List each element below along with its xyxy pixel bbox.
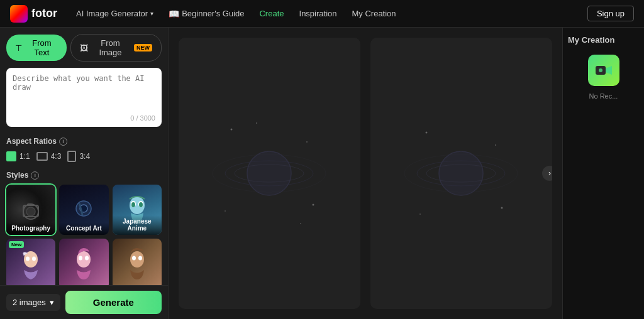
style-concept-art[interactable]: Concept Art bbox=[59, 185, 108, 235]
svg-rect-3 bbox=[27, 203, 32, 206]
style-anime-label: Japanese Anime bbox=[113, 215, 162, 235]
styles-grid: Photography Concept Art bbox=[0, 182, 168, 285]
space-visual-left bbox=[206, 111, 332, 236]
no-record-text: No Rec... bbox=[589, 92, 618, 100]
image-icon: 🖼 bbox=[80, 43, 88, 53]
preview-card-left bbox=[179, 38, 360, 309]
svg-point-10 bbox=[131, 202, 135, 207]
svg-point-35 bbox=[426, 132, 428, 134]
svg-point-38 bbox=[419, 214, 421, 215]
from-image-label: From Image bbox=[92, 38, 129, 57]
ratio-3-4-label: 3:4 bbox=[79, 152, 90, 161]
chevron-right-button[interactable]: › bbox=[542, 166, 552, 181]
styles-section-label: Styles i bbox=[0, 167, 168, 182]
nav-my-creation-label: My Creation bbox=[352, 9, 396, 18]
logo-icon bbox=[10, 5, 28, 23]
svg-point-26 bbox=[306, 141, 308, 143]
space-visual-right bbox=[398, 111, 524, 236]
svg-point-11 bbox=[139, 202, 143, 207]
svg-point-18 bbox=[130, 251, 144, 268]
bottom-bar: 2 images ▾ Generate bbox=[0, 285, 168, 319]
aspect-ratios-label: Aspect Ratios i bbox=[0, 133, 168, 148]
no-record-icon bbox=[588, 55, 619, 86]
from-text-label: From Text bbox=[26, 38, 58, 57]
svg-point-1 bbox=[26, 207, 35, 216]
aspect-ratios-group: 1:1 4:3 3:4 bbox=[0, 148, 168, 167]
svg-point-20 bbox=[138, 256, 142, 261]
aspect-ratios-info-icon[interactable]: i bbox=[59, 138, 67, 146]
svg-point-14 bbox=[32, 257, 36, 261]
nav-create-label: Create bbox=[259, 9, 284, 18]
prompt-input-wrap: 0 / 3000 bbox=[6, 68, 162, 127]
signup-button[interactable]: Sign up bbox=[587, 6, 634, 21]
elf-svg bbox=[19, 248, 43, 279]
style-elf[interactable]: New bbox=[6, 239, 55, 285]
right-panel-title: My Creation bbox=[568, 35, 614, 45]
svg-point-19 bbox=[132, 256, 136, 261]
images-count-label: 2 images bbox=[13, 298, 46, 307]
preview-inner-right bbox=[384, 65, 539, 282]
nav-item-guide[interactable]: 📖 Beginner's Guide bbox=[161, 9, 252, 19]
styles-info-icon[interactable]: i bbox=[31, 171, 39, 180]
portrait1-svg bbox=[72, 248, 96, 279]
ratio-1-1-box bbox=[6, 151, 16, 161]
nav-item-generator[interactable]: AI Image Generator ▾ bbox=[69, 9, 161, 18]
nav-generator-label: AI Image Generator bbox=[76, 9, 148, 18]
svg-point-29 bbox=[256, 122, 257, 124]
prompt-textarea[interactable] bbox=[13, 74, 155, 118]
style-portrait1[interactable] bbox=[59, 239, 108, 285]
logo-text: fotor bbox=[31, 7, 57, 20]
ratio-4-3-button[interactable]: 4:3 bbox=[36, 152, 62, 161]
navbar: fotor AI Image Generator ▾ 📖 Beginner's … bbox=[0, 0, 644, 28]
svg-point-21 bbox=[247, 151, 291, 195]
images-count-select[interactable]: 2 images ▾ bbox=[6, 294, 60, 311]
nav-item-create[interactable]: Create bbox=[252, 9, 291, 18]
ratio-3-4-box bbox=[67, 151, 76, 162]
svg-point-31 bbox=[439, 151, 483, 195]
chevron-down-icon: ▾ bbox=[150, 10, 153, 17]
tab-from-text[interactable]: ⊤ From Text bbox=[6, 35, 67, 61]
images-chevron-icon: ▾ bbox=[50, 298, 54, 307]
svg-point-36 bbox=[495, 144, 496, 146]
nav-item-inspiration[interactable]: Inspiration bbox=[292, 9, 345, 18]
style-photography[interactable]: Photography bbox=[6, 185, 55, 235]
main-layout: ⊤ From Text 🖼 From Image NEW 0 / 3000 As… bbox=[0, 28, 644, 319]
style-photography-label: Photography bbox=[6, 222, 55, 235]
style-concept-art-label: Concept Art bbox=[59, 222, 108, 235]
svg-point-30 bbox=[300, 223, 301, 224]
nav-inspiration-label: Inspiration bbox=[299, 9, 337, 18]
svg-point-17 bbox=[85, 256, 89, 261]
photography-svg bbox=[15, 194, 47, 225]
generate-button[interactable]: Generate bbox=[65, 291, 162, 314]
preview-card-right: › bbox=[370, 38, 552, 309]
new-badge: NEW bbox=[134, 44, 152, 51]
style-japanese-anime[interactable]: Japanese Anime bbox=[113, 185, 162, 235]
left-panel: ⊤ From Text 🖼 From Image NEW 0 / 3000 As… bbox=[0, 28, 169, 319]
char-count: 0 / 3000 bbox=[130, 114, 155, 122]
right-panel: My Creation No Rec... bbox=[562, 28, 644, 319]
ratio-4-3-box bbox=[36, 152, 48, 161]
ratio-3-4-button[interactable]: 3:4 bbox=[67, 151, 90, 162]
svg-point-28 bbox=[225, 210, 226, 212]
text-icon: ⊤ bbox=[15, 43, 22, 53]
nav-guide-label: Beginner's Guide bbox=[182, 9, 244, 18]
preview-inner-left bbox=[192, 65, 347, 282]
svg-point-25 bbox=[231, 129, 233, 131]
svg-point-16 bbox=[79, 256, 82, 261]
tab-from-image[interactable]: 🖼 From Image NEW bbox=[70, 34, 162, 62]
fotor-icon-small bbox=[594, 61, 613, 80]
ratio-1-1-button[interactable]: 1:1 bbox=[6, 151, 30, 161]
ratio-1-1-label: 1:1 bbox=[19, 152, 30, 161]
book-icon: 📖 bbox=[169, 9, 179, 19]
elf-new-badge: New bbox=[9, 241, 24, 248]
center-content: › bbox=[169, 28, 562, 319]
concept-art-svg bbox=[70, 196, 98, 224]
nav-item-my-creation[interactable]: My Creation bbox=[345, 9, 404, 18]
logo[interactable]: fotor bbox=[10, 5, 57, 23]
portrait2-svg bbox=[125, 248, 149, 279]
ratio-4-3-label: 4:3 bbox=[51, 152, 62, 161]
svg-point-13 bbox=[26, 257, 30, 261]
tab-bar: ⊤ From Text 🖼 From Image NEW bbox=[0, 28, 168, 62]
style-portrait2[interactable] bbox=[113, 239, 162, 285]
svg-point-27 bbox=[313, 204, 314, 206]
